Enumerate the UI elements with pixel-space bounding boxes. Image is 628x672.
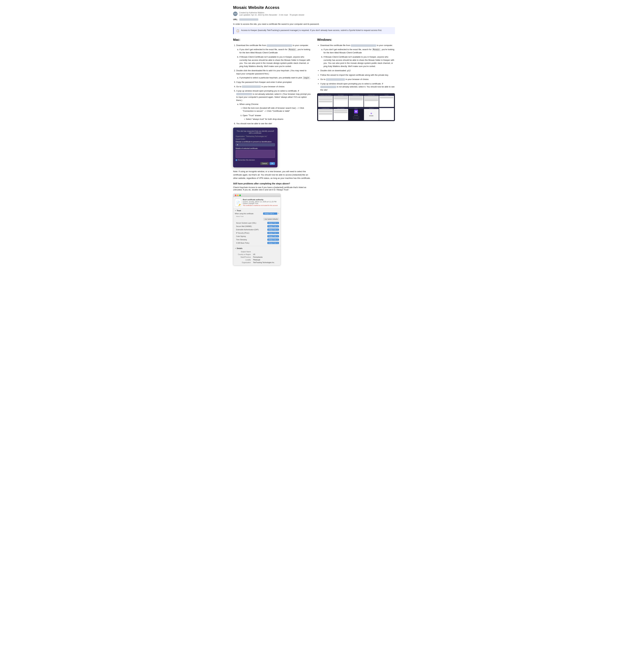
mac-step-1b: If Mosaic-Client-Certificate isn't avail…: [239, 55, 311, 68]
ssl-select[interactable]: Always Trust ▼: [267, 222, 279, 224]
dialog-buttons: Cancel OK: [236, 162, 275, 165]
dialog-cert-select[interactable]: ▼: [236, 143, 275, 146]
x509-chevron: ▼: [277, 242, 278, 244]
trust-rows: Secure Sockets Layer (SSL): Always Trust…: [235, 221, 279, 245]
mac-step-1a: If you don't get redirected to the exact…: [239, 48, 311, 54]
use-system-defaults-btn[interactable]: Use System Defaults: [263, 218, 279, 220]
state-key: State/Province: [235, 256, 252, 258]
mail-value: Always Trust: [268, 225, 276, 227]
win-panel-4: Certificate Data: [364, 94, 379, 107]
org-val: TeleTracking Technologies Inc.: [252, 261, 279, 264]
win-panel-4-content: [364, 96, 379, 107]
mac-step-5a-ii: Open "Trust" drawer Select "always trust…: [243, 114, 311, 121]
trust-row-eap: Extensible Authentication (EAP): Always …: [235, 228, 279, 231]
maximize-button[interactable]: [239, 195, 241, 196]
question-icon[interactable]: ?: [278, 213, 279, 215]
cert-warning: This certificate is marked as not truste…: [243, 205, 279, 206]
mac-step-2-sub: If prompted to select a particular keych…: [236, 76, 311, 79]
created-by: Created by Katherine Watkins: [239, 11, 304, 14]
two-col-layout: Mac: Download the certificate file from …: [233, 38, 395, 268]
win-bullet-5: A pop up window should open prompting yo…: [320, 82, 395, 92]
windows-section: Windows: Download the certificate file f…: [317, 38, 395, 268]
win-panel-9-content: M mosaic: [364, 109, 379, 120]
win-panel-2: File to Import: [333, 94, 348, 107]
trust-header: Trust: [235, 210, 279, 212]
keychain-trust-section: Trust When using this certificate: Alway…: [233, 208, 281, 246]
timestamp-select[interactable]: Always Trust ▼: [267, 239, 279, 241]
subject-val: [252, 250, 279, 253]
details-header: Details: [235, 247, 279, 249]
cert-name: Root certificate authority: [243, 199, 279, 200]
trust-row-timestamp: Time Stamping: Always Trust ▼: [235, 238, 279, 241]
win-bullet-1a: If you don't get redirected to the exact…: [323, 48, 395, 54]
mac-step-4: Go to in your browser of choice.: [236, 85, 311, 88]
win-sub-bullets: If you don't get redirected to the exact…: [320, 48, 395, 68]
ipsec-select[interactable]: Always Trust ▼: [267, 232, 279, 234]
dialog-org: Organization: "Teletracking Technologies…: [236, 136, 275, 137]
never-trust-option: Never Trust: [235, 216, 279, 217]
eap-select[interactable]: Always Trust ▼: [267, 229, 279, 231]
win-panel-8: Mosaic M mosaic Getting Started As a Des…: [348, 107, 363, 120]
win-panel-5-title: Complete: [379, 94, 394, 96]
win-panel-2-content: [333, 96, 348, 107]
mac-section: Mac: Download the certificate file from …: [233, 38, 311, 268]
ssl-value: Always Trust: [268, 222, 276, 224]
mosaic-code: Mosaic: [288, 48, 296, 51]
win-panel-8-title: Mosaic: [348, 107, 363, 109]
win-panel-10: [379, 107, 394, 120]
locality-key: Locality: [235, 259, 252, 261]
win-panel-3-title: Certificate Store: [348, 94, 363, 96]
locality-val: Pittsburgh: [252, 259, 279, 261]
mac-step-5-sub: When using Chrome: Click the lock icon (…: [236, 103, 311, 121]
meta-row: KW Created by Katherine Watkins Last upd…: [233, 11, 395, 16]
mosaic-code-win: Mosaic: [372, 48, 381, 51]
chevron-down-icon: ▼: [273, 213, 274, 214]
mac-step-1-sub: If you don't get redirected to the exact…: [236, 48, 311, 68]
win-panel-7-title: Select Certificate: [333, 107, 348, 109]
login-code: login: [303, 76, 310, 79]
win-panel-9: Mosaic UI M mosaic: [364, 107, 379, 120]
win-panel-6-content: [318, 109, 333, 120]
ok-button[interactable]: OK: [270, 162, 275, 165]
mosaic-dark-text: mosaic: [354, 114, 358, 116]
cert-icon: 📄: [235, 199, 241, 207]
page-title: Mosaic Website Access: [233, 5, 395, 10]
close-button[interactable]: [235, 195, 236, 196]
trust-row-ssl: Secure Sockets Layer (SSL): Always Trust…: [235, 221, 279, 225]
when-using-select[interactable]: Always Trust ▼: [263, 213, 277, 215]
detail-row-org: Organization TeleTracking Technologies I…: [235, 261, 279, 264]
x509-select[interactable]: Always Trust ▼: [267, 242, 279, 244]
mac-step-2: Double click the downloaded file to add …: [236, 69, 311, 79]
detail-row-state: State/Province Pennsylvania: [235, 256, 279, 258]
note-bottom-text: Note: If using an incognito window, or a…: [233, 170, 311, 180]
dialog-issued: Issued Under:: [236, 138, 275, 140]
win-panel-9-title: Mosaic UI: [364, 107, 379, 109]
note-text: Access to Keeper (basically TeleTracking…: [241, 29, 382, 31]
win-panel-8-content: M mosaic Getting Started As a Designer: [348, 109, 363, 120]
trust-row-mail: Secure Mail (S/MIME): Always Trust ▼: [235, 225, 279, 228]
minimize-button[interactable]: [237, 195, 239, 196]
mac-title: Mac:: [233, 38, 311, 42]
dialog-remember-row: Remember this decision: [236, 159, 275, 161]
mail-chevron: ▼: [277, 226, 278, 227]
win-bullet-4: Go to in your browser of choice.: [320, 78, 395, 81]
win-panel-1-content: [318, 96, 333, 107]
mac-step-6: You should now be able to see the site!: [236, 122, 311, 125]
intro-text: In order to access the site, you need a …: [233, 23, 395, 25]
codesign-chevron: ▼: [277, 236, 278, 237]
traffic-lights: [235, 195, 241, 196]
win-panel-7: Select Certificate: [333, 107, 348, 120]
win-bullet-2: Double click on downloaded .p12: [320, 69, 395, 72]
mail-select[interactable]: Always Trust ▼: [267, 225, 279, 227]
win-panel-6: Completing Import: [318, 107, 333, 120]
state-val: Pennsylvania: [252, 256, 279, 258]
cancel-button[interactable]: Cancel: [260, 162, 268, 165]
mac-step-5a-ii-1: Select "always trust" for both drop-down…: [246, 118, 311, 121]
url-label: URL:: [233, 18, 238, 21]
dialog-cert-box: [236, 150, 275, 158]
remember-checkbox[interactable]: [236, 159, 237, 161]
timestamp-chevron: ▼: [277, 239, 278, 240]
org-key: Organization: [235, 261, 252, 264]
codesign-select[interactable]: Always Trust ▼: [267, 235, 279, 237]
win-panel-10-content: [379, 108, 394, 120]
